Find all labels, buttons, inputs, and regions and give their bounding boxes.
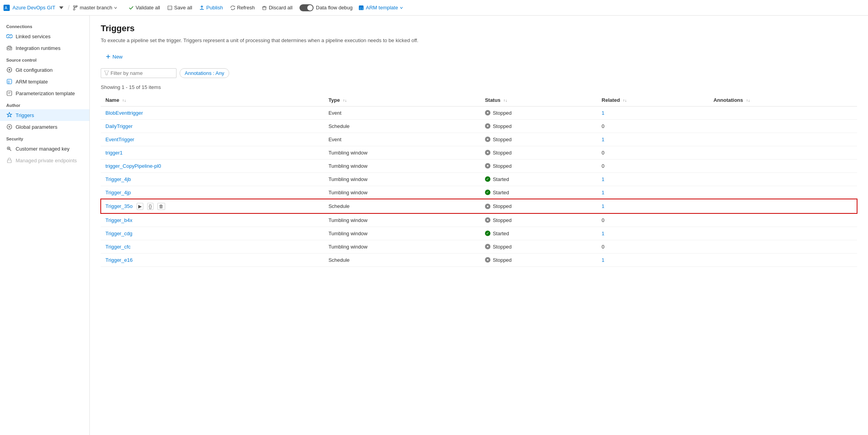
stopped-dot-icon [485,163,490,169]
trigger-delete-icon[interactable]: 🗑 [157,203,165,210]
col-header-annotations[interactable]: Annotations ↑↓ [709,94,857,107]
trigger-name-link[interactable]: Trigger_35o [105,203,133,209]
trigger-name-link[interactable]: EventTrigger [105,137,134,142]
trigger-annotations [709,106,857,119]
trigger-type: Tumbling window [324,213,480,227]
svg-rect-14 [9,49,11,50]
related-link[interactable]: 1 [602,190,604,195]
col-header-name[interactable]: Name ↑↓ [101,94,324,107]
started-dot-icon [485,176,490,182]
arm-template-menu[interactable]: { } ARM template [358,5,403,11]
save-all-button[interactable]: Save all [164,3,195,12]
trigger-status: Started [480,186,597,199]
trigger-annotations [709,186,857,199]
table-row: Trigger_35o▶{}🗑ScheduleStopped1 [101,199,857,213]
trigger-related[interactable]: 1 [597,106,709,119]
trigger-type: Tumbling window [324,146,480,159]
stopped-dot-icon [485,244,490,249]
table-row: Trigger_e16ScheduleStopped1 [101,253,857,266]
trigger-name-link[interactable]: Trigger_cfc [105,244,131,250]
sidebar-item-arm-template[interactable]: {} ARM template [0,76,89,87]
trigger-related[interactable]: 1 [597,172,709,186]
integration-runtimes-label: Integration runtimes [16,45,61,51]
trigger-name-link[interactable]: Trigger_cdg [105,231,132,236]
discard-all-button[interactable]: Discard all [258,3,296,12]
svg-text:{}: {} [8,80,10,83]
trigger-status: Started [480,227,597,240]
sidebar-item-linked-services[interactable]: Linked services [0,30,89,42]
brand[interactable]: A Azure DevOps GIT [3,4,65,11]
trigger-related[interactable]: 1 [597,227,709,240]
trigger-related[interactable]: 1 [597,253,709,266]
table-row: trigger_CopyPipeline-pl0Tumbling windowS… [101,159,857,172]
sidebar-item-managed-private-endpoints[interactable]: Managed private endpoints [0,154,89,166]
branch-selector[interactable]: master branch [73,5,118,11]
trigger-related[interactable]: 1 [597,186,709,199]
global-parameters-label: Global parameters [16,124,57,130]
table-row: Trigger_4jbTumbling windowStarted1 [101,172,857,186]
related-link[interactable]: 1 [602,176,604,182]
dataflow-debug-toggle[interactable]: Data flow debug [299,4,353,11]
sidebar-item-integration-runtimes[interactable]: Integration runtimes [0,42,89,54]
sidebar-item-git-configuration[interactable]: Git configuration [0,64,89,76]
svg-rect-13 [9,48,11,48]
trigger-name-link[interactable]: Trigger_e16 [105,257,133,263]
publish-button[interactable]: Publish [196,3,226,12]
related-link[interactable]: 1 [602,231,604,236]
managed-private-endpoints-label: Managed private endpoints [16,158,77,163]
filter-input-container[interactable] [101,68,176,78]
sidebar-item-triggers[interactable]: Triggers [0,109,89,121]
trigger-type: Tumbling window [324,172,480,186]
trigger-name-link[interactable]: trigger_CopyPipeline-pl0 [105,163,161,169]
table-row: EventTriggerEventStopped1 [101,133,857,146]
col-header-status[interactable]: Status ↑↓ [480,94,597,107]
related-link[interactable]: 1 [602,257,604,263]
svg-point-12 [8,48,9,49]
stopped-dot-icon [485,217,490,223]
trigger-annotations [709,213,857,227]
trigger-annotations [709,119,857,133]
security-section-title: Security [0,133,89,143]
related-link[interactable]: 1 [602,203,604,209]
customer-managed-key-label: Customer managed key [16,146,70,152]
trigger-status: Stopped [480,106,597,119]
stopped-dot-icon [485,123,490,129]
trigger-related[interactable]: 1 [597,199,709,213]
annotations-filter-button[interactable]: Annotations : Any [180,68,229,78]
trigger-play-icon[interactable]: ▶ [137,203,143,210]
trigger-status: Stopped [480,199,597,213]
trigger-related: 0 [597,119,709,133]
trigger-related[interactable]: 1 [597,133,709,146]
trigger-name-link[interactable]: trigger1 [105,150,123,156]
page-title: Triggers [101,23,857,34]
sidebar-item-customer-managed-key[interactable]: Customer managed key [0,143,89,154]
trigger-name-link[interactable]: Trigger_4jp [105,190,131,195]
trigger-name-link[interactable]: BlobEventtrigger [105,110,143,116]
git-configuration-label: Git configuration [16,67,53,73]
new-trigger-button[interactable]: New [101,51,127,62]
trigger-status: Stopped [480,213,597,227]
refresh-button[interactable]: Refresh [227,3,258,12]
col-header-type[interactable]: Type ↑↓ [324,94,480,107]
related-link[interactable]: 1 [602,137,604,142]
filter-toolbar: Annotations : Any [101,68,857,78]
topbar: A Azure DevOps GIT / master branch Valid… [0,0,868,16]
svg-text:A: A [5,6,7,10]
stopped-dot-icon [485,137,490,142]
filter-input[interactable] [111,70,173,76]
trigger-name-link[interactable]: Trigger_b4x [105,217,132,223]
sidebar-item-parameterization-template[interactable]: Parameterization template [0,87,89,99]
trigger-code-icon[interactable]: {} [147,203,153,210]
col-header-related[interactable]: Related ↑↓ [597,94,709,107]
sidebar-item-global-parameters[interactable]: Global parameters [0,121,89,133]
svg-point-3 [73,9,75,10]
svg-rect-7 [169,8,171,9]
trigger-status: Stopped [480,159,597,172]
trigger-annotations [709,199,857,213]
trigger-name-link[interactable]: Trigger_4jb [105,176,131,182]
validate-all-button[interactable]: Validate all [125,3,163,12]
svg-rect-6 [169,6,171,7]
related-link[interactable]: 1 [602,110,604,116]
trigger-name-link[interactable]: DailyTrigger [105,123,133,129]
table-row: Trigger_4jpTumbling windowStarted1 [101,186,857,199]
